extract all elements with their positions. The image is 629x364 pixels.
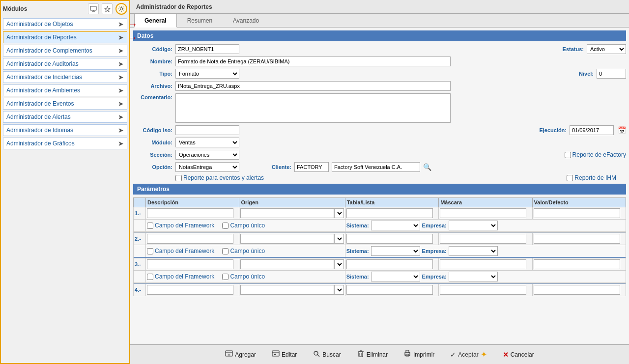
sidebar-item-complements[interactable]: Administrador de Complementos ➤ xyxy=(3,45,127,56)
param-3-origen[interactable] xyxy=(240,259,334,269)
param-2-origen-select[interactable]: ▼ xyxy=(334,234,344,244)
agregar-button[interactable]: Agregar xyxy=(221,348,260,361)
archivo-input[interactable] xyxy=(175,81,451,91)
cliente-name-input[interactable] xyxy=(332,162,420,172)
param-3-framework-cb[interactable] xyxy=(147,274,153,280)
param-4-tabla[interactable] xyxy=(346,285,433,295)
cancelar-button[interactable]: ✕ Cancelar xyxy=(499,349,538,360)
sidebar-item-objects[interactable]: Administrador de Objetos ➤ → xyxy=(3,18,127,30)
tab-avanzado[interactable]: Avanzado xyxy=(223,14,269,27)
param-3-desc[interactable] xyxy=(147,259,233,269)
codigo-iso-row: Código Iso: Ejecución: 📅 xyxy=(133,125,626,135)
seccion-select[interactable]: Operaciones xyxy=(175,150,239,160)
param-1-sistema-select[interactable] xyxy=(371,221,420,230)
param-2-tabla[interactable] xyxy=(346,234,433,244)
param-num-3: 3.- xyxy=(134,258,146,271)
param-3-origen-select[interactable]: ▼ xyxy=(334,259,344,269)
param-2-mascara[interactable] xyxy=(440,234,526,244)
sidebar-item-charts[interactable]: Administrador de Gráficos ➤ xyxy=(3,138,127,149)
imprimir-button[interactable]: Imprimir xyxy=(400,348,438,361)
param-1-valor[interactable] xyxy=(534,208,620,218)
sidebar-item-audits[interactable]: Administrador de Auditorias ➤ xyxy=(3,58,127,70)
param-1-unico-cb[interactable] xyxy=(222,223,229,229)
cliente-search-icon[interactable]: 🔍 xyxy=(423,163,431,171)
settings-icon-btn[interactable] xyxy=(115,3,127,15)
seccion-label: Sección: xyxy=(133,152,172,158)
param-1-origen[interactable] xyxy=(240,208,334,218)
sidebar-item-reports[interactable]: Administrador de Reportes ➤ → xyxy=(3,31,127,43)
param-4-mascara[interactable] xyxy=(440,285,526,295)
param-4-origen[interactable] xyxy=(240,285,334,295)
calendar-icon[interactable]: 📅 xyxy=(618,126,626,134)
imprimir-icon xyxy=(403,350,411,359)
param-3-empresa-select[interactable] xyxy=(449,272,498,281)
tab-resumen[interactable]: Resumen xyxy=(177,14,223,27)
param-2-desc[interactable] xyxy=(147,234,233,244)
param-2-unico-check[interactable]: Campo único xyxy=(222,248,265,254)
param-row-1-sub: Campo del Framework Campo único Sistema: xyxy=(134,220,626,232)
param-2-valor[interactable] xyxy=(534,234,620,244)
modulo-label: Módulo: xyxy=(133,140,172,145)
param-3-unico-cb[interactable] xyxy=(222,274,229,280)
cliente-code-input[interactable] xyxy=(294,162,329,172)
reporte-eventos-checkbox[interactable] xyxy=(175,175,182,181)
datos-section-header: Datos xyxy=(133,30,626,41)
reporte-efactory-checkbox[interactable] xyxy=(565,152,571,158)
reporte-ihm-check[interactable]: Reporte de IHM xyxy=(567,174,616,181)
param-1-empresa-select[interactable] xyxy=(449,221,498,230)
nav-arrow-icon-7: ➤ xyxy=(118,100,124,108)
param-4-valor[interactable] xyxy=(534,285,620,295)
reporte-ihm-checkbox[interactable] xyxy=(567,175,573,181)
nombre-input[interactable] xyxy=(175,56,451,66)
param-3-valor[interactable] xyxy=(534,259,620,269)
tipo-row: Tipo: Formato Nivel: xyxy=(133,69,626,79)
sidebar-item-incidents[interactable]: Administrador de Incidencias ➤ xyxy=(3,71,127,83)
eliminar-button[interactable]: Eliminar xyxy=(353,348,392,361)
param-2-empresa-select[interactable] xyxy=(449,246,498,256)
sidebar-item-alerts[interactable]: Administrador de Alertas ➤ xyxy=(3,111,127,123)
ejecucion-label: Ejecución: xyxy=(537,127,567,133)
codigo-iso-input[interactable] xyxy=(175,125,239,135)
param-1-desc[interactable] xyxy=(147,208,233,218)
sidebar-item-environments[interactable]: Administrador de Ambientes ➤ xyxy=(3,84,127,96)
param-3-unico-check[interactable]: Campo único xyxy=(222,273,265,280)
param-3-framework-check[interactable]: Campo del Framework xyxy=(147,273,214,280)
sidebar-item-languages[interactable]: Administrador de Idiomas ➤ xyxy=(3,124,127,136)
param-3-mascara[interactable] xyxy=(440,259,526,269)
reporte-efactory-check[interactable]: Reporte de eFactory xyxy=(565,151,626,158)
tipo-select[interactable]: Formato xyxy=(175,69,239,79)
param-1-unico-check[interactable]: Campo único xyxy=(222,222,265,229)
param-3-sistema-label: Sistema: xyxy=(346,274,369,280)
reporte-eventos-check[interactable]: Reporte para eventos y alertas xyxy=(175,174,264,181)
param-3-tabla[interactable] xyxy=(346,259,433,269)
param-4-origen-select[interactable]: ▼ xyxy=(334,285,344,295)
aceptar-star-icon: ✦ xyxy=(481,350,487,359)
star-icon-btn[interactable] xyxy=(102,3,113,14)
param-2-sistema-select[interactable] xyxy=(371,246,420,256)
opcion-select[interactable]: NotasEntrega xyxy=(175,162,239,172)
monitor-icon-btn[interactable] xyxy=(88,3,99,14)
param-2-framework-cb[interactable] xyxy=(147,248,153,254)
param-2-unico-cb[interactable] xyxy=(222,248,229,254)
ejecucion-input[interactable] xyxy=(570,125,614,135)
editar-button[interactable]: Editar xyxy=(268,348,301,361)
codigo-input[interactable] xyxy=(175,44,239,54)
param-2-framework-check[interactable]: Campo del Framework xyxy=(147,248,214,254)
param-1-mascara[interactable] xyxy=(440,208,526,218)
aceptar-button[interactable]: ✓ Aceptar ✦ xyxy=(446,348,490,361)
param-1-tabla[interactable] xyxy=(346,208,433,218)
nav-arrow-icon-8: ➤ xyxy=(118,113,124,121)
buscar-button[interactable]: Buscar xyxy=(309,348,344,361)
param-1-framework-cb[interactable] xyxy=(147,223,153,229)
param-4-desc[interactable] xyxy=(147,285,233,295)
tab-general[interactable]: General xyxy=(134,14,177,28)
nivel-input[interactable] xyxy=(597,69,626,79)
param-1-framework-check[interactable]: Campo del Framework xyxy=(147,222,214,229)
estatus-select[interactable]: Activo Inactivo xyxy=(587,44,626,54)
comentario-textarea[interactable] xyxy=(175,93,451,123)
param-1-origen-select[interactable]: ▼ xyxy=(334,208,344,218)
sidebar-item-events[interactable]: Administrador de Eventos ➤ xyxy=(3,98,127,110)
param-3-sistema-select[interactable] xyxy=(371,272,420,281)
modulo-select[interactable]: Ventas xyxy=(175,138,239,147)
param-2-origen[interactable] xyxy=(240,234,334,244)
